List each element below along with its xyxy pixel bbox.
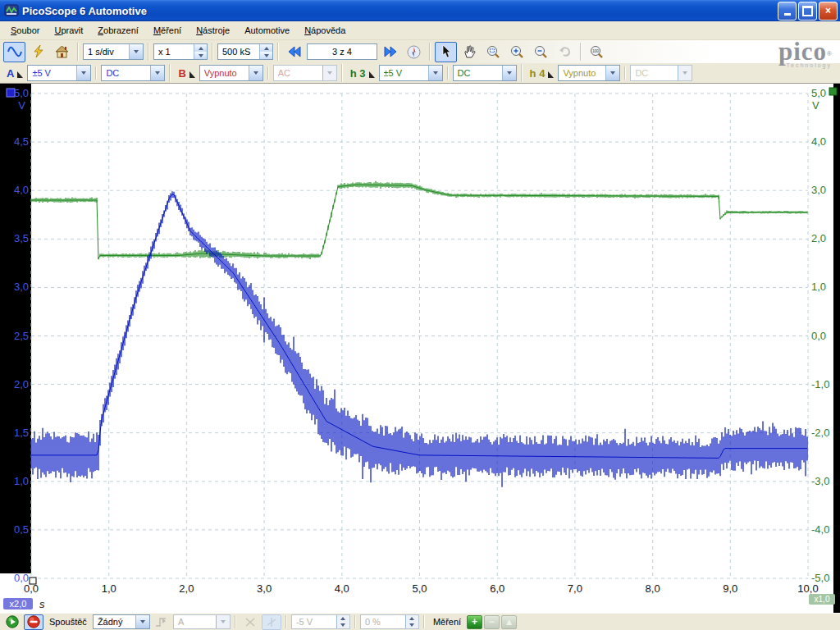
trigger-mode-value: Žádný	[98, 617, 134, 627]
undo-arrow-icon	[559, 46, 572, 57]
next-buffer-button[interactable]	[379, 42, 401, 62]
stop-icon	[27, 615, 40, 628]
start-capture-button[interactable]	[2, 614, 22, 630]
autosetup-button[interactable]	[27, 42, 49, 62]
axis-origin-handle[interactable]	[30, 578, 36, 584]
stop-capture-button[interactable]	[24, 614, 43, 630]
chevron-down-icon[interactable]	[428, 66, 442, 80]
timebase-dropdown[interactable]: 1 s/div	[83, 43, 144, 60]
toolbar-separator	[285, 615, 287, 628]
zoom-out-button[interactable]	[530, 42, 552, 62]
toolbar-separator	[95, 66, 97, 80]
chevron-down-icon[interactable]	[502, 66, 516, 80]
spinner-down-button[interactable]	[194, 52, 207, 59]
menu-item-soubor[interactable]: Soubor	[3, 23, 47, 38]
toolbar-separator	[277, 43, 279, 61]
remove-measurement-button: −	[484, 615, 500, 629]
chevron-down-icon[interactable]	[605, 66, 619, 80]
undo-zoom-button[interactable]	[554, 42, 576, 62]
menu-item-nastroje[interactable]: Nástroje	[189, 23, 237, 38]
menu-item-upravit[interactable]: Upravit	[47, 23, 90, 38]
channel-3-range-dropdown[interactable]: ±5 V	[379, 65, 443, 81]
trigger-label: Spouštěč	[49, 617, 87, 627]
start-icon	[6, 615, 19, 628]
channel-a-coupling-value: DC	[106, 68, 148, 78]
toolbar-separator	[423, 615, 425, 628]
zoom-in-button[interactable]	[506, 42, 528, 62]
left-axis-tick: 1,5	[14, 427, 29, 439]
x-multiplier-spinner[interactable]: x 1	[153, 43, 208, 60]
menu-item-napoveda[interactable]: Nápověda	[297, 23, 353, 38]
toolbar-separator	[212, 43, 213, 61]
falling-edge-toggle-button	[262, 614, 281, 630]
x-axis-tick: 6,0	[490, 582, 504, 595]
zoom-in-icon	[510, 45, 524, 59]
left-axis-tick: 2,5	[14, 330, 29, 342]
scope-view: 5,04,54,03,53,02,52,01,51,00,50,0V5,04,0…	[0, 84, 840, 613]
compass-icon	[407, 45, 421, 59]
cursor-arrow-icon	[441, 45, 451, 58]
menu-item-zobrazeni[interactable]: Zobrazení	[90, 23, 146, 38]
trigger-source-dropdown: A	[173, 614, 231, 629]
spinner-down-button	[337, 622, 349, 628]
spinner-up-button	[337, 615, 349, 622]
channel-b-range-dropdown[interactable]: Vypnuto	[199, 65, 263, 81]
x-axis-tick: 1,0	[102, 582, 116, 595]
menu-item-mereni[interactable]: Měření	[146, 23, 189, 38]
measurements-label: Měření	[433, 617, 461, 627]
channel-3-label[interactable]: h 3	[350, 67, 366, 80]
channel-4-label[interactable]: h 4	[530, 67, 546, 80]
chevron-down-icon[interactable]	[129, 44, 143, 59]
channel-3-coupling-dropdown[interactable]: DC	[453, 65, 517, 81]
channel-a-coupling-dropdown[interactable]: DC	[101, 65, 165, 81]
spinner-up-button[interactable]	[260, 44, 272, 52]
chevron-down-icon[interactable]	[249, 66, 262, 80]
zoom-100-button[interactable]: 100	[586, 42, 608, 62]
main-toolbar: 1 s/div x 1 500 kS 3 z 4	[0, 40, 840, 63]
menu-item-automotive[interactable]: Automotive	[237, 23, 297, 38]
add-measurement-button[interactable]: +	[467, 615, 482, 629]
window-controls: ×	[778, 2, 838, 21]
zoom-100-icon: 100	[590, 45, 604, 59]
waveform-canvas[interactable]: 5,04,54,03,53,02,52,01,51,00,50,0V5,04,0…	[0, 84, 840, 613]
rising-edge-toggle-button	[240, 614, 260, 630]
channel-3-coupling-value: DC	[458, 68, 500, 78]
double-right-arrow-icon	[384, 46, 397, 57]
hand-tool-button[interactable]	[459, 42, 481, 62]
waveform-view-button[interactable]	[3, 42, 25, 62]
channel-b-label[interactable]: B	[178, 67, 185, 80]
channel-4-range-dropdown[interactable]: Vypnuto	[558, 65, 620, 81]
left-axis-gutter	[0, 84, 31, 573]
samples-spinner[interactable]: 500 kS	[217, 43, 273, 60]
close-button[interactable]: ×	[819, 2, 838, 21]
channel-a-menu-arrow-icon	[17, 70, 23, 76]
left-axis-tick: 0,5	[14, 523, 29, 536]
spinner-up-button[interactable]	[194, 44, 207, 52]
channel-a-label[interactable]: A	[7, 67, 14, 80]
normal-selection-tool-button[interactable]	[435, 42, 457, 62]
buffer-position-field[interactable]: 3 z 4	[307, 43, 377, 60]
right-axis-tick: -4,0	[811, 523, 829, 536]
channel-a-range-dropdown[interactable]: ±5 V	[27, 65, 91, 81]
marquee-zoom-tool-button[interactable]	[482, 42, 504, 62]
chevron-down-icon[interactable]	[150, 66, 164, 80]
right-axis-tick: 0,0	[811, 330, 826, 342]
spinner-down-button	[406, 622, 418, 628]
chevron-down-icon[interactable]	[135, 615, 149, 628]
left-axis-tick: 4,5	[14, 135, 29, 148]
trigger-level-spinner: -5 V	[291, 614, 350, 629]
minimize-button[interactable]	[778, 2, 797, 21]
chevron-down-icon[interactable]	[76, 66, 90, 80]
buffer-navigator-button[interactable]	[403, 42, 425, 62]
waveform-icon	[7, 46, 22, 57]
chevron-down-icon	[322, 66, 336, 80]
hand-icon	[463, 45, 476, 58]
spinner-down-button[interactable]	[260, 52, 272, 59]
home-button[interactable]	[51, 42, 73, 62]
left-axis-tick: 1,0	[14, 475, 29, 487]
trigger-mode-dropdown[interactable]: Žádný	[93, 614, 150, 629]
right-zoom-badge-text: x1,0	[815, 595, 830, 604]
maximize-button[interactable]	[798, 2, 817, 21]
previous-buffer-button[interactable]	[283, 42, 305, 62]
channel-4-range-value: Vypnuto	[563, 68, 604, 78]
